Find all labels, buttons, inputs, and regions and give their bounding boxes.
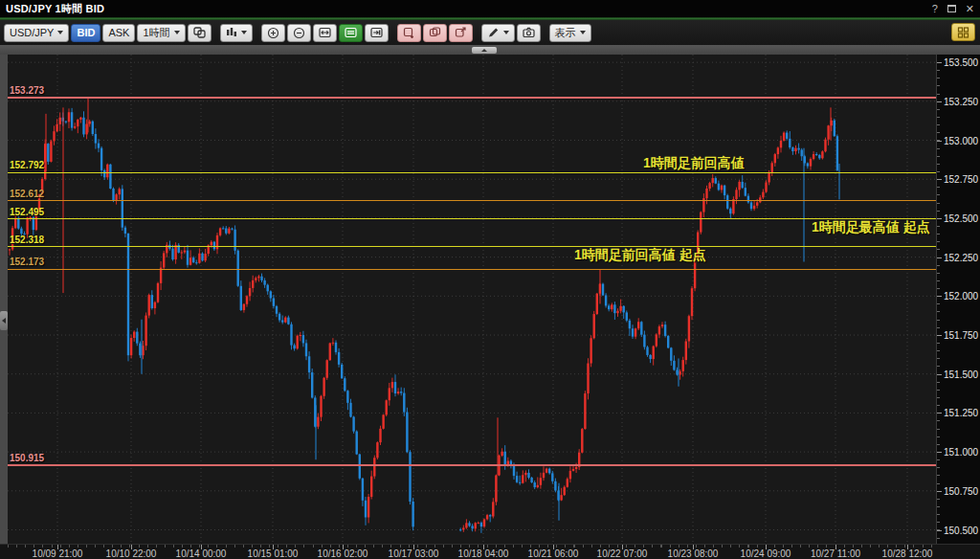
popout-chart-button[interactable]	[449, 24, 473, 42]
maximize-button[interactable]	[947, 2, 956, 15]
fit-width-icon	[319, 27, 331, 38]
display-menu-button[interactable]: 表示	[549, 24, 591, 42]
chevron-down-icon	[241, 31, 247, 34]
symbol-select-label: USD/JPY	[10, 27, 54, 38]
sidebar-expand-handle[interactable]	[0, 311, 8, 330]
time-tick-label: 10/28 12:00	[882, 548, 933, 559]
time-tick-label: 10/18 04:00	[458, 548, 509, 559]
bid-button[interactable]: BID	[71, 24, 100, 42]
price-tick-label: 151.500	[944, 369, 978, 380]
bid-button-label: BID	[77, 27, 95, 38]
chart-toolbar: USD/JPY BID ASK 1時間	[0, 20, 980, 45]
layout-grid-button[interactable]	[951, 23, 975, 41]
price-tick-label: 151.250	[944, 408, 978, 418]
chevron-down-icon	[57, 31, 63, 34]
add-chart-icon	[403, 27, 415, 38]
chart-canvas[interactable]	[8, 55, 936, 544]
time-tick-mark	[201, 545, 202, 549]
close-button[interactable]: ✕	[966, 2, 974, 15]
time-tick-label: 10/10 22:00	[106, 548, 157, 559]
maximize-icon	[947, 5, 956, 12]
time-tick-label: 10/15 01:00	[248, 548, 299, 559]
price-tick-mark	[937, 62, 942, 63]
price-axis[interactable]: 153.500153.250153.000152.750152.500152.2…	[936, 55, 980, 544]
scroll-to-latest-button[interactable]	[365, 24, 389, 42]
time-tick-mark	[413, 545, 414, 549]
symbol-select[interactable]: USD/JPY	[4, 24, 69, 42]
add-chart-button[interactable]	[397, 24, 421, 42]
timeframe-select-label: 1時間	[143, 26, 169, 40]
annotation-label: 1時間足前回高値 起点	[574, 247, 706, 264]
zoom-in-button[interactable]	[261, 24, 285, 42]
scroll-to-latest-icon	[370, 27, 383, 38]
price-line-label: 150.915	[10, 453, 44, 463]
time-tick-mark	[553, 545, 554, 549]
time-tick-mark	[622, 545, 623, 549]
zoom-out-button[interactable]	[287, 24, 311, 42]
grid	[8, 55, 936, 544]
price-tick-mark	[937, 218, 942, 219]
time-tick-mark	[343, 545, 344, 549]
time-tick-label: 10/09 21:00	[33, 548, 83, 559]
window-controls: ? ✕	[932, 2, 974, 15]
duplicate-chart-icon	[429, 27, 441, 38]
window-title: USD/JPY 1時間 BID	[6, 2, 104, 16]
chart-type-button[interactable]	[220, 24, 253, 42]
pencil-icon	[487, 27, 500, 38]
price-tick-mark	[937, 101, 942, 102]
price-tick-mark	[937, 335, 942, 336]
price-line-label: 152.495	[10, 207, 44, 217]
annotation-label: 1時間足前回高値	[643, 155, 745, 172]
price-line-label: 153.273	[10, 85, 44, 96]
price-line-label: 152.792	[10, 160, 44, 170]
auto-scale-icon	[345, 27, 357, 38]
time-tick-mark	[766, 545, 767, 549]
price-tick-mark	[937, 296, 942, 297]
compare-icon	[193, 27, 206, 38]
compare-chart-button[interactable]	[188, 24, 212, 42]
duplicate-chart-button[interactable]	[423, 24, 447, 42]
fit-width-button[interactable]	[313, 24, 337, 42]
timeframe-select[interactable]: 1時間	[137, 24, 185, 42]
price-tick-label: 153.250	[944, 97, 978, 107]
chart-area: 153.273152.792152.612152.495152.318152.1…	[0, 55, 980, 544]
display-menu-label: 表示	[555, 26, 576, 40]
help-button[interactable]: ?	[932, 2, 938, 15]
price-tick-label: 152.750	[944, 174, 978, 185]
time-tick-mark	[483, 545, 484, 549]
price-tick-label: 153.000	[944, 136, 978, 146]
price-tick-label: 151.750	[944, 330, 978, 341]
price-tick-label: 152.000	[944, 291, 978, 302]
popout-chart-icon	[455, 27, 467, 38]
time-tick-label: 10/27 11:00	[811, 548, 860, 559]
candlestick-plot[interactable]: 153.273152.792152.612152.495152.318152.1…	[8, 55, 936, 544]
time-tick-mark	[57, 545, 58, 549]
ask-button[interactable]: ASK	[102, 24, 135, 42]
price-tick-mark	[937, 257, 942, 258]
zoom-out-icon	[293, 27, 305, 39]
price-tick-label: 150.500	[944, 525, 978, 536]
time-axis[interactable]: 10/09 21:0010/10 22:0010/14 00:0010/15 0…	[0, 544, 980, 559]
screenshot-button[interactable]	[517, 24, 541, 42]
window-titlebar: USD/JPY 1時間 BID ? ✕	[0, 0, 980, 17]
price-tick-label: 151.000	[944, 447, 978, 458]
price-tick-label: 152.250	[944, 253, 978, 263]
time-tick-label: 10/23 08:00	[668, 548, 719, 559]
auto-scale-button[interactable]	[339, 24, 363, 42]
collapse-handle[interactable]	[472, 47, 497, 54]
chevron-down-icon	[174, 31, 180, 34]
price-line-label: 152.173	[10, 257, 44, 267]
price-line-label: 152.318	[10, 235, 44, 245]
time-tick-mark	[693, 545, 694, 549]
price-tick-mark	[937, 413, 942, 414]
candlestick-type-icon	[226, 27, 237, 38]
price-tick-mark	[937, 374, 942, 375]
draw-tool-button[interactable]	[481, 24, 515, 42]
chevron-down-icon	[503, 31, 509, 34]
time-tick-mark	[907, 545, 908, 549]
price-tick-mark	[937, 491, 942, 492]
price-tick-mark	[937, 179, 942, 180]
zoom-in-icon	[267, 27, 279, 39]
camera-icon	[523, 27, 535, 38]
price-tick-mark	[937, 141, 942, 142]
